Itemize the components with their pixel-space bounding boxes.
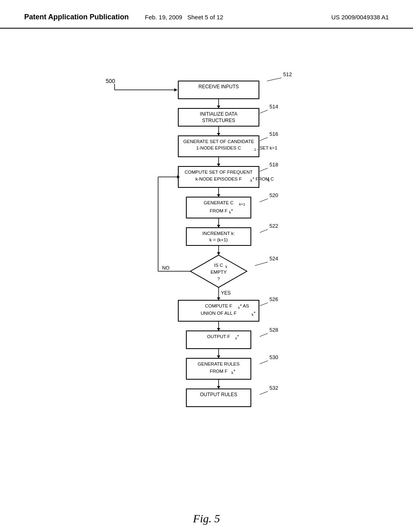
publication-date: Feb. 19, 2009 Sheet 5 of 12 <box>145 14 223 21</box>
text-520c: * <box>231 208 233 213</box>
svg-line-15 <box>260 199 268 202</box>
svg-line-37 <box>260 391 268 395</box>
label-512: 512 <box>283 71 292 77</box>
text-524c: ? <box>217 276 220 281</box>
box-522 <box>186 228 251 245</box>
text-516b: 1-NODE EPISIDES C <box>196 145 241 150</box>
svg-line-21 <box>255 262 268 266</box>
svg-marker-30 <box>217 328 220 331</box>
text-516-sub: 1 <box>254 148 256 152</box>
text-526d: * <box>254 311 256 316</box>
text-518a: COMPUTE SET OF FREQUENT <box>185 170 252 175</box>
svg-line-9 <box>260 137 268 141</box>
label-524: 524 <box>269 256 278 262</box>
svg-line-3 <box>267 78 282 81</box>
text-520a: GENERATE C <box>204 200 234 205</box>
text-522a: INCREMENT k: <box>202 231 235 236</box>
label-530: 530 <box>269 354 278 360</box>
label-520: 520 <box>269 192 278 198</box>
svg-marker-14 <box>217 194 220 197</box>
text-514a: INITIALIZE DATA <box>200 111 238 117</box>
svg-line-28 <box>260 303 268 306</box>
text-528a: OUTPUT F <box>207 334 230 339</box>
text-528b: * <box>237 334 239 339</box>
text-518b: k-NODE EPISODES F <box>195 177 242 181</box>
text-518c: * FROM C <box>252 177 274 181</box>
svg-line-34 <box>260 361 268 364</box>
text-512: RECEIVE INPUTS <box>198 84 239 89</box>
text-520b: FROM F <box>210 208 227 213</box>
text-530c: * <box>234 369 236 374</box>
svg-line-6 <box>260 110 268 113</box>
box-528 <box>186 331 251 349</box>
svg-line-12 <box>260 168 268 171</box>
svg-marker-5 <box>217 106 220 108</box>
page-header: Patent Application Publication Feb. 19, … <box>0 0 413 29</box>
svg-marker-17 <box>217 225 220 228</box>
text-524-sub: k <box>225 265 227 269</box>
label-528: 528 <box>269 327 278 333</box>
text-524a: IS C <box>214 263 223 268</box>
publication-title: Patent Application Publication <box>24 13 129 21</box>
diagram-number: 500 <box>106 78 115 84</box>
text-526b: * AS <box>240 303 249 308</box>
text-524b: EMPTY <box>211 270 227 274</box>
svg-marker-11 <box>217 164 220 166</box>
label-532: 532 <box>269 385 278 391</box>
no-label: NO <box>162 265 169 271</box>
svg-marker-33 <box>217 355 220 358</box>
text-530a: GENERATE RULES <box>198 362 240 366</box>
patent-number: US 2009/0049338 A1 <box>331 14 389 21</box>
svg-marker-36 <box>217 386 220 389</box>
label-522: 522 <box>269 223 278 229</box>
flowchart-svg: 500 512 RECEIVE INPUTS 514 INITIALIZE DA… <box>94 45 319 508</box>
text-516c: , SET k=1 <box>257 145 277 150</box>
label-526: 526 <box>269 296 278 302</box>
text-518-sub2: k <box>268 179 270 183</box>
yes-label: YES <box>221 290 231 296</box>
figure-caption: Fig. 5 <box>0 512 413 532</box>
text-514b: STRUCTURES <box>202 118 235 123</box>
text-526a: COMPUTE F <box>205 303 232 308</box>
svg-marker-2 <box>174 88 177 91</box>
text-532: OUTPUT RULES <box>200 392 237 397</box>
diagram-area: 500 512 RECEIVE INPUTS 514 INITIALIZE DA… <box>0 29 413 532</box>
svg-line-31 <box>260 333 268 337</box>
text-520-sub1: k+1 <box>239 202 245 206</box>
text-516a: GENERATE SET OF CANDIDATE <box>183 139 254 144</box>
label-516: 516 <box>269 131 278 137</box>
svg-marker-8 <box>217 133 220 136</box>
text-522b: k = (k+1) <box>209 237 228 242</box>
label-518: 518 <box>269 162 278 168</box>
text-530b: FROM F <box>210 369 227 374</box>
svg-line-18 <box>260 229 268 233</box>
label-514: 514 <box>269 104 278 110</box>
svg-marker-23 <box>217 297 220 300</box>
text-526c: UNION OF ALL F <box>200 311 236 316</box>
